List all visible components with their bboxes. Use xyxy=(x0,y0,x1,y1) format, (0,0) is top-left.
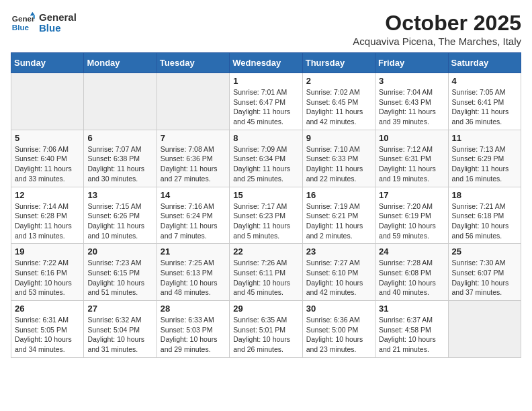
day-info: Sunrise: 7:25 AM Sunset: 6:13 PM Dayligh… xyxy=(161,258,226,298)
calendar-day-cell: 28Sunrise: 6:33 AM Sunset: 5:03 PM Dayli… xyxy=(157,301,229,358)
calendar-day-cell: 16Sunrise: 7:19 AM Sunset: 6:21 PM Dayli… xyxy=(302,187,375,244)
day-number: 12 xyxy=(15,190,80,200)
day-number: 20 xyxy=(87,246,152,257)
day-info: Sunrise: 6:33 AM Sunset: 5:03 PM Dayligh… xyxy=(161,315,226,355)
day-info: Sunrise: 7:16 AM Sunset: 6:24 PM Dayligh… xyxy=(161,201,226,241)
day-info: Sunrise: 7:26 AM Sunset: 6:11 PM Dayligh… xyxy=(233,258,298,298)
day-info: Sunrise: 7:23 AM Sunset: 6:15 PM Dayligh… xyxy=(87,258,152,298)
day-number: 8 xyxy=(233,133,298,143)
calendar-header-row: SundayMondayTuesdayWednesdayThursdayFrid… xyxy=(11,53,521,73)
day-of-week-header: Wednesday xyxy=(230,53,302,73)
day-info: Sunrise: 7:05 AM Sunset: 6:41 PM Dayligh… xyxy=(452,87,517,127)
day-number: 16 xyxy=(306,190,371,200)
day-info: Sunrise: 7:27 AM Sunset: 6:10 PM Dayligh… xyxy=(306,258,371,298)
svg-text:Blue: Blue xyxy=(12,23,30,32)
day-number: 3 xyxy=(379,76,444,86)
day-number: 23 xyxy=(306,246,371,257)
calendar-day-cell: 17Sunrise: 7:20 AM Sunset: 6:19 PM Dayli… xyxy=(375,187,448,244)
day-number: 24 xyxy=(379,246,444,257)
day-info: Sunrise: 6:32 AM Sunset: 5:04 PM Dayligh… xyxy=(87,315,152,355)
calendar-week-row: 5Sunrise: 7:06 AM Sunset: 6:40 PM Daylig… xyxy=(11,130,521,187)
calendar-day-cell: 30Sunrise: 6:36 AM Sunset: 5:00 PM Dayli… xyxy=(302,301,375,358)
calendar-day-cell: 11Sunrise: 7:13 AM Sunset: 6:29 PM Dayli… xyxy=(448,130,521,187)
day-of-week-header: Friday xyxy=(375,53,448,73)
day-info: Sunrise: 7:08 AM Sunset: 6:36 PM Dayligh… xyxy=(161,144,226,184)
subtitle: Acquaviva Picena, The Marches, Italy xyxy=(353,36,521,47)
day-info: Sunrise: 7:04 AM Sunset: 6:43 PM Dayligh… xyxy=(379,87,444,127)
day-number: 18 xyxy=(452,190,517,200)
calendar-day-cell: 20Sunrise: 7:23 AM Sunset: 6:15 PM Dayli… xyxy=(84,244,157,301)
day-info: Sunrise: 6:35 AM Sunset: 5:01 PM Dayligh… xyxy=(233,315,298,355)
calendar-day-cell: 31Sunrise: 6:37 AM Sunset: 4:58 PM Dayli… xyxy=(375,301,448,358)
day-info: Sunrise: 7:10 AM Sunset: 6:33 PM Dayligh… xyxy=(306,144,371,184)
calendar-week-row: 12Sunrise: 7:14 AM Sunset: 6:28 PM Dayli… xyxy=(11,187,521,244)
logo: General Blue General Blue xyxy=(11,11,77,35)
day-number: 17 xyxy=(379,190,444,200)
month-title: October 2025 xyxy=(353,11,521,36)
day-of-week-header: Saturday xyxy=(448,53,521,73)
calendar-day-cell: 15Sunrise: 7:17 AM Sunset: 6:23 PM Dayli… xyxy=(230,187,302,244)
calendar-day-cell: 19Sunrise: 7:22 AM Sunset: 6:16 PM Dayli… xyxy=(11,244,84,301)
day-info: Sunrise: 7:12 AM Sunset: 6:31 PM Dayligh… xyxy=(379,144,444,184)
day-of-week-header: Tuesday xyxy=(157,53,229,73)
calendar-day-cell: 10Sunrise: 7:12 AM Sunset: 6:31 PM Dayli… xyxy=(375,130,448,187)
calendar-day-cell: 14Sunrise: 7:16 AM Sunset: 6:24 PM Dayli… xyxy=(157,187,229,244)
day-number: 13 xyxy=(87,190,152,200)
calendar-day-cell: 25Sunrise: 7:30 AM Sunset: 6:07 PM Dayli… xyxy=(448,244,521,301)
day-number: 11 xyxy=(452,133,517,143)
calendar-day-cell: 6Sunrise: 7:07 AM Sunset: 6:38 PM Daylig… xyxy=(84,130,157,187)
day-info: Sunrise: 7:20 AM Sunset: 6:19 PM Dayligh… xyxy=(379,201,444,241)
calendar-day-cell: 3Sunrise: 7:04 AM Sunset: 6:43 PM Daylig… xyxy=(375,73,448,130)
day-info: Sunrise: 7:17 AM Sunset: 6:23 PM Dayligh… xyxy=(233,201,298,241)
calendar: SundayMondayTuesdayWednesdayThursdayFrid… xyxy=(11,52,521,358)
calendar-day-cell: 1Sunrise: 7:01 AM Sunset: 6:47 PM Daylig… xyxy=(230,73,302,130)
calendar-week-row: 1Sunrise: 7:01 AM Sunset: 6:47 PM Daylig… xyxy=(11,73,521,130)
day-info: Sunrise: 7:30 AM Sunset: 6:07 PM Dayligh… xyxy=(452,258,517,298)
day-number: 22 xyxy=(233,246,298,257)
calendar-day-cell xyxy=(157,73,229,130)
calendar-day-cell: 8Sunrise: 7:09 AM Sunset: 6:34 PM Daylig… xyxy=(230,130,302,187)
day-number: 21 xyxy=(161,246,226,257)
day-number: 9 xyxy=(306,133,371,143)
day-info: Sunrise: 7:06 AM Sunset: 6:40 PM Dayligh… xyxy=(15,144,80,184)
calendar-day-cell xyxy=(448,301,521,358)
day-of-week-header: Sunday xyxy=(11,53,84,73)
calendar-day-cell: 26Sunrise: 6:31 AM Sunset: 5:05 PM Dayli… xyxy=(11,301,84,358)
calendar-day-cell: 27Sunrise: 6:32 AM Sunset: 5:04 PM Dayli… xyxy=(84,301,157,358)
day-info: Sunrise: 7:14 AM Sunset: 6:28 PM Dayligh… xyxy=(15,201,80,241)
day-info: Sunrise: 6:36 AM Sunset: 5:00 PM Dayligh… xyxy=(306,315,371,355)
day-number: 30 xyxy=(306,304,371,314)
calendar-day-cell: 9Sunrise: 7:10 AM Sunset: 6:33 PM Daylig… xyxy=(302,130,375,187)
calendar-day-cell: 12Sunrise: 7:14 AM Sunset: 6:28 PM Dayli… xyxy=(11,187,84,244)
day-number: 25 xyxy=(452,246,517,257)
day-info: Sunrise: 7:07 AM Sunset: 6:38 PM Dayligh… xyxy=(87,144,152,184)
title-area: October 2025 Acquaviva Picena, The March… xyxy=(353,11,521,47)
calendar-day-cell: 2Sunrise: 7:02 AM Sunset: 6:45 PM Daylig… xyxy=(302,73,375,130)
day-info: Sunrise: 7:13 AM Sunset: 6:29 PM Dayligh… xyxy=(452,144,517,184)
calendar-week-row: 26Sunrise: 6:31 AM Sunset: 5:05 PM Dayli… xyxy=(11,301,521,358)
day-number: 7 xyxy=(161,133,226,143)
calendar-day-cell: 7Sunrise: 7:08 AM Sunset: 6:36 PM Daylig… xyxy=(157,130,229,187)
day-number: 15 xyxy=(233,190,298,200)
logo-general-text: General xyxy=(39,11,77,23)
calendar-day-cell: 5Sunrise: 7:06 AM Sunset: 6:40 PM Daylig… xyxy=(11,130,84,187)
day-info: Sunrise: 7:28 AM Sunset: 6:08 PM Dayligh… xyxy=(379,258,444,298)
day-number: 14 xyxy=(161,190,226,200)
calendar-day-cell xyxy=(11,73,84,130)
calendar-week-row: 19Sunrise: 7:22 AM Sunset: 6:16 PM Dayli… xyxy=(11,244,521,301)
day-info: Sunrise: 7:01 AM Sunset: 6:47 PM Dayligh… xyxy=(233,87,298,127)
day-info: Sunrise: 7:02 AM Sunset: 6:45 PM Dayligh… xyxy=(306,87,371,127)
day-number: 6 xyxy=(87,133,152,143)
calendar-day-cell: 24Sunrise: 7:28 AM Sunset: 6:08 PM Dayli… xyxy=(375,244,448,301)
day-number: 5 xyxy=(15,133,80,143)
calendar-day-cell xyxy=(84,73,157,130)
day-info: Sunrise: 6:31 AM Sunset: 5:05 PM Dayligh… xyxy=(15,315,80,355)
calendar-day-cell: 23Sunrise: 7:27 AM Sunset: 6:10 PM Dayli… xyxy=(302,244,375,301)
day-info: Sunrise: 7:22 AM Sunset: 6:16 PM Dayligh… xyxy=(15,258,80,298)
day-number: 1 xyxy=(233,76,298,86)
calendar-day-cell: 29Sunrise: 6:35 AM Sunset: 5:01 PM Dayli… xyxy=(230,301,302,358)
day-number: 26 xyxy=(15,304,80,314)
calendar-day-cell: 4Sunrise: 7:05 AM Sunset: 6:41 PM Daylig… xyxy=(448,73,521,130)
calendar-day-cell: 22Sunrise: 7:26 AM Sunset: 6:11 PM Dayli… xyxy=(230,244,302,301)
day-number: 4 xyxy=(452,76,517,86)
